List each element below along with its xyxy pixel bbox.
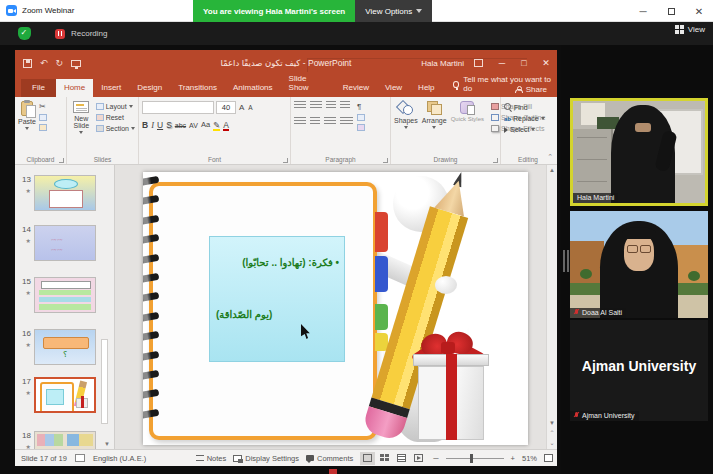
tab-help[interactable]: Help: [410, 79, 442, 97]
increase-indent-icon[interactable]: [340, 101, 350, 110]
drawing-dialog-launcher[interactable]: [493, 158, 498, 163]
text-shadow-button[interactable]: S: [166, 121, 172, 130]
align-center-icon[interactable]: [310, 117, 320, 126]
thumbnail-slide-17-selected[interactable]: 17★: [19, 377, 96, 413]
security-shield-icon[interactable]: [18, 27, 31, 40]
justify-icon[interactable]: [340, 117, 353, 126]
format-painter-icon[interactable]: [39, 124, 47, 131]
save-icon[interactable]: [23, 59, 32, 68]
align-right-icon[interactable]: [324, 117, 336, 126]
language-status[interactable]: English (U.A.E.): [93, 454, 146, 463]
tab-slideshow[interactable]: Slide Show: [281, 70, 335, 97]
collapse-ribbon-button[interactable]: ⌃: [547, 153, 553, 161]
smartart-icon[interactable]: [357, 124, 365, 131]
video-tile-hala-martini[interactable]: Hala Martini: [570, 98, 708, 206]
thumbnail-slide-16[interactable]: 16★: [19, 329, 96, 365]
thumbnail-slide-13[interactable]: 13★: [19, 175, 96, 211]
notes-button[interactable]: Notes: [196, 454, 227, 463]
comments-button[interactable]: Comments: [306, 454, 353, 463]
quick-styles-button[interactable]: Quick Styles: [451, 101, 484, 152]
align-left-icon[interactable]: [294, 117, 306, 126]
ppt-close-button[interactable]: ✕: [535, 50, 557, 76]
shapes-button[interactable]: Shapes: [394, 101, 418, 152]
tab-design[interactable]: Design: [129, 79, 170, 97]
scrollbar-thumb[interactable]: [101, 339, 108, 424]
tab-insert[interactable]: Insert: [93, 79, 129, 97]
tab-animations[interactable]: Animations: [225, 79, 281, 97]
font-name-combobox[interactable]: [142, 101, 214, 114]
copy-icon[interactable]: [39, 114, 47, 121]
tab-review[interactable]: Review: [335, 79, 377, 97]
thumbnail-slide-15[interactable]: 15★: [19, 277, 96, 313]
clipboard-dialog-launcher[interactable]: [59, 158, 64, 163]
shrink-font-button[interactable]: A: [247, 104, 253, 111]
canvas-scrollbar[interactable]: ▲ ▼ ⌃ ⌄: [546, 165, 557, 449]
display-settings-button[interactable]: Display Settings: [233, 454, 299, 463]
new-slide-button[interactable]: New Slide: [70, 101, 93, 152]
tab-file[interactable]: File: [21, 79, 56, 97]
replace-button[interactable]: abReplace: [504, 115, 552, 122]
paragraph-dialog-launcher[interactable]: [383, 158, 388, 163]
zoom-slider-thumb[interactable]: [470, 454, 473, 463]
thumb-scroll-down-icon[interactable]: ▼: [104, 441, 110, 447]
video-tile-doaa-al-salti[interactable]: Doaa Al Salti: [570, 211, 708, 318]
character-spacing-button[interactable]: AV: [189, 122, 198, 129]
select-button[interactable]: Select: [504, 126, 552, 133]
zoom-percentage[interactable]: 51%: [522, 454, 537, 463]
cut-icon[interactable]: ✂: [39, 103, 47, 111]
ppt-minimize-button[interactable]: ─: [491, 50, 513, 76]
scroll-down-icon[interactable]: ▼: [549, 420, 555, 426]
numbering-icon[interactable]: [310, 101, 322, 110]
slideshow-view-button[interactable]: [411, 452, 426, 465]
tab-home[interactable]: Home: [56, 79, 93, 97]
underline-button[interactable]: U: [157, 121, 163, 130]
font-color-button[interactable]: A: [223, 120, 229, 130]
zoom-slider[interactable]: [446, 458, 504, 459]
bullets-icon[interactable]: [294, 101, 306, 110]
reset-button[interactable]: Reset: [96, 114, 135, 121]
start-slideshow-icon[interactable]: [71, 60, 81, 67]
decrease-indent-icon[interactable]: [326, 101, 336, 110]
zoom-out-button[interactable]: ─: [433, 454, 438, 463]
account-name[interactable]: Hala Martini: [421, 59, 464, 68]
thumbnail-slide-18[interactable]: 18★: [19, 431, 96, 449]
next-slide-button[interactable]: ⌄: [549, 439, 554, 446]
grow-font-button[interactable]: A: [238, 103, 245, 112]
panel-drag-handle[interactable]: [563, 250, 569, 272]
italic-button[interactable]: I: [151, 121, 154, 130]
scroll-up-icon[interactable]: ▲: [549, 167, 555, 173]
align-text-icon[interactable]: [357, 114, 365, 121]
section-button[interactable]: Section: [96, 125, 135, 132]
slide-sorter-button[interactable]: [377, 452, 392, 465]
fit-to-window-icon[interactable]: [544, 454, 553, 462]
layout-button[interactable]: Layout: [96, 103, 135, 110]
ppt-maximize-button[interactable]: □: [513, 50, 535, 76]
redo-icon[interactable]: ↻: [56, 59, 64, 68]
close-button[interactable]: ✕: [685, 0, 713, 22]
reading-view-button[interactable]: [394, 452, 409, 465]
restore-button[interactable]: [657, 0, 685, 22]
thumbnail-scrollbar[interactable]: [100, 169, 109, 433]
strikethrough-button[interactable]: abc: [175, 122, 186, 129]
gallery-view-button[interactable]: View: [675, 25, 705, 34]
ribbon-display-options-icon[interactable]: [474, 59, 483, 67]
slide-text-box[interactable]: • فكرة: (تهادوا .. تحابّوا) (يوم الصّداق…: [209, 236, 345, 362]
change-case-button[interactable]: Aa: [201, 121, 210, 129]
zoom-in-button[interactable]: +: [511, 454, 515, 463]
share-button[interactable]: Share: [515, 85, 547, 94]
paste-button[interactable]: Paste: [18, 101, 36, 152]
font-size-combobox[interactable]: 40: [216, 101, 236, 114]
text-direction-icon[interactable]: ¶: [357, 103, 365, 111]
arrange-button[interactable]: Arrange: [422, 101, 447, 152]
find-button[interactable]: Find: [504, 103, 552, 111]
slide-17[interactable]: • فكرة: (تهادوا .. تحابّوا) (يوم الصّداق…: [143, 172, 528, 445]
undo-icon[interactable]: ↶: [40, 59, 48, 68]
tab-transitions[interactable]: Transitions: [170, 79, 225, 97]
view-options-button[interactable]: View Options: [355, 0, 432, 22]
bold-button[interactable]: B: [142, 121, 148, 130]
video-tile-ajman-university[interactable]: Ajman University Ajman University: [570, 320, 708, 421]
previous-slide-button[interactable]: ⌃: [549, 429, 554, 436]
font-dialog-launcher[interactable]: [283, 158, 288, 163]
minimize-button[interactable]: ─: [629, 0, 657, 22]
normal-view-button[interactable]: [360, 452, 375, 465]
